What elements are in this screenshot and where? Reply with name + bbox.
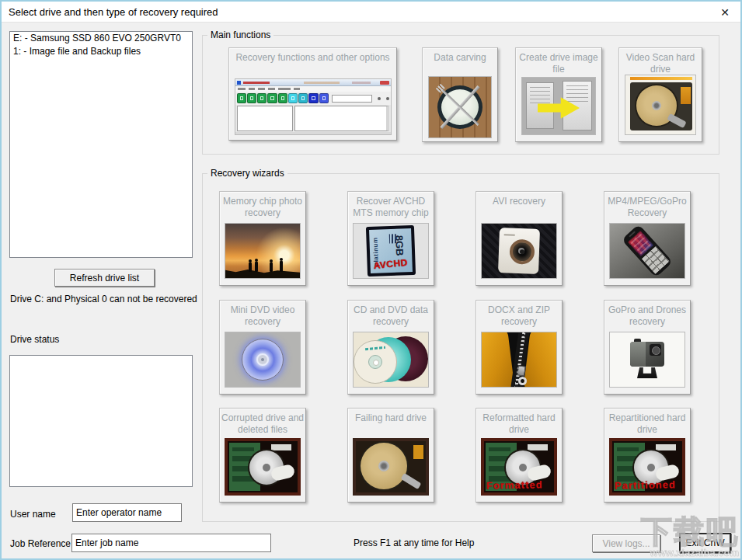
gopro-drones-label: GoPro and Drones recovery [604,301,690,328]
compact-camera-image [481,223,557,279]
failing-drive-button[interactable]: Failing hard drive [347,408,434,503]
dialog-window: Select drive and then type of recovery r… [0,0,742,560]
mp4-mpeg-gopro-label: MP4/MPEG/GoPro Recovery [604,192,690,219]
docx-zip-button[interactable]: DOCX and ZIP recovery [476,300,563,395]
cd-dvd-data-button[interactable]: CD and DVD data recovery [347,300,434,395]
gopro-drones-button[interactable]: GoPro and Drones recovery [604,300,691,395]
data-carving-button[interactable]: Data carving [422,47,498,142]
mp4-mpeg-gopro-button[interactable]: MP4/MPEG/GoPro Recovery [604,191,691,286]
drive-list-item[interactable]: 1: - Image file and Backup files [10,45,192,58]
sunset-photo-image [225,223,301,279]
help-text: Press F1 at any time for Help [354,537,474,548]
partitioned-overlay-text: Partitioned [615,478,676,491]
sdhc-logo [389,234,396,243]
job-reference-label: Job Reference [10,538,71,549]
main-functions-group-label: Main functions [207,30,273,40]
view-logs-button[interactable]: View logs... [592,534,660,552]
data-carving-label: Data carving [423,48,497,64]
user-name-input[interactable] [72,503,182,522]
open-hdd-image [225,438,301,496]
cd-stack-image [353,332,429,388]
window-title: Select drive and then type of recovery r… [9,6,218,18]
recovery-functions-button[interactable]: Recovery functions and other options [228,47,397,141]
drive-status-label: Drive status [10,334,59,345]
sd-card-image: platinum 8GB AVCHD [353,223,429,279]
avchd-mts-label: Recover AVCHD MTS memory chip [348,192,434,219]
recovery-functions-label: Recovery functions and other options [229,48,396,64]
drive-note-text: Drive C: and Physical 0 can not be recov… [10,294,197,304]
video-scan-label: Video Scan hard drive [619,48,702,75]
recovery-wizards-group: Recovery wizards Memory chip photo recov… [202,173,719,522]
two-drives-arrow-image [521,77,596,135]
user-name-label: User name [10,509,56,520]
title-bar: Select drive and then type of recovery r… [2,2,740,23]
zipper-jacket-image [481,332,557,388]
create-drive-image-button[interactable]: Create drive image file [515,47,602,142]
reformatted-drive-label: Reformatted hard drive [476,409,562,436]
mobile-phone-image [609,223,685,279]
main-functions-group: Main functions Recovery functions and ot… [202,35,719,155]
mini-dvd-label: Mini DVD video recovery [220,301,305,328]
avi-recovery-label: AVI recovery [476,192,562,207]
docx-zip-label: DOCX and ZIP recovery [476,301,562,328]
drive-list-item[interactable]: E: - Samsung SSD 860 EVO 250GRVT0 [10,32,192,45]
open-hdd-formatted-image: Formatted [481,438,557,496]
drive-listbox[interactable]: E: - Samsung SSD 860 EVO 250GRVT0 1: - I… [9,31,193,258]
formatted-overlay-text: Formatted [486,478,543,491]
exit-cnw-button[interactable]: Exit CnW [679,533,731,553]
avchd-mts-button[interactable]: Recover AVCHD MTS memory chip platinum 8… [347,191,434,286]
job-reference-input[interactable] [71,534,271,552]
mini-dvd-button[interactable]: Mini DVD video recovery [219,300,306,395]
hdd-platter-image [353,438,429,496]
create-drive-image-label: Create drive image file [516,48,601,75]
avi-recovery-button[interactable]: AVI recovery [476,191,563,286]
failing-drive-label: Failing hard drive [348,409,434,424]
mini-dvd-disc-image [225,332,301,388]
repartitioned-drive-label: Repartitioned hard drive [604,409,690,436]
refresh-drive-list-button[interactable]: Refresh drive list [54,269,155,287]
corrupted-drive-button[interactable]: Corrupted drive and deleted files [219,408,306,503]
plate-cutlery-image [428,76,492,138]
cd-dvd-data-label: CD and DVD data recovery [348,301,434,328]
memory-chip-photo-button[interactable]: Memory chip photo recovery [219,191,306,286]
video-scan-button[interactable]: Video Scan hard drive [618,47,702,142]
app-screenshot-image [235,78,392,135]
open-hdd-partitioned-image: Partitioned [609,438,685,496]
drive-status-listbox[interactable] [9,355,193,487]
open-hard-drive-image [625,75,696,135]
close-icon[interactable]: ✕ [717,5,733,20]
recovery-wizards-group-label: Recovery wizards [207,168,287,179]
corrupted-drive-label: Corrupted drive and deleted files [220,409,305,436]
repartitioned-drive-button[interactable]: Repartitioned hard drive Partitioned [604,408,691,503]
reformatted-drive-button[interactable]: Reformatted hard drive Formatted [476,408,563,503]
gopro-camera-image [609,332,685,388]
memory-chip-photo-label: Memory chip photo recovery [220,192,305,219]
